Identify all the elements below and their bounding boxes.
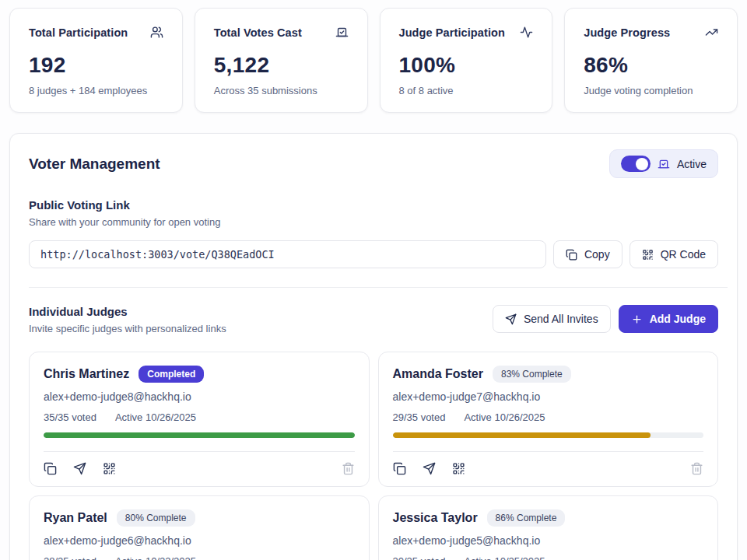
judge-email: alex+demo-judge6@hackhq.io <box>44 534 355 547</box>
stat-card-judge-participation: Judge Participation 100% 8 of 8 active <box>380 8 553 113</box>
progress-bar <box>44 432 355 438</box>
stat-value: 192 <box>29 53 163 78</box>
voter-management-panel: Voter Management Active Public Voting Li… <box>9 133 738 560</box>
stat-value: 5,122 <box>214 53 349 78</box>
judge-email: alex+demo-judge7@hackhq.io <box>393 390 704 403</box>
send-invite-icon-button[interactable] <box>423 462 436 475</box>
status-badge: 80% Complete <box>117 509 195 527</box>
judge-card: Jessica Taylor 86% Complete alex+demo-ju… <box>378 495 719 560</box>
judge-card: Chris Martinez Completed alex+demo-judge… <box>29 352 370 487</box>
status-badge: Completed <box>139 366 204 383</box>
status-badge: 83% Complete <box>493 366 571 383</box>
stat-card-total-votes: Total Votes Cast 5,122 Across 35 submiss… <box>195 8 368 113</box>
copy-link-icon-button[interactable] <box>393 462 406 475</box>
stat-label: Judge Participation <box>399 26 505 39</box>
voting-link-input[interactable] <box>29 240 546 268</box>
judge-card: Ryan Patel 80% Complete alex+demo-judge6… <box>29 495 370 560</box>
qr-code-icon <box>452 462 465 475</box>
copy-label: Copy <box>584 248 610 261</box>
active-status-toggle[interactable]: Active <box>609 149 718 178</box>
send-all-invites-button[interactable]: Send All Invites <box>493 305 611 333</box>
judge-name: Chris Martinez <box>44 367 129 381</box>
plus-icon <box>631 313 643 325</box>
copy-icon <box>566 249 577 261</box>
delete-judge-button[interactable] <box>690 462 703 475</box>
active-date: Active 10/23/2025 <box>115 555 196 560</box>
judge-card: Amanda Foster 83% Complete alex+demo-jud… <box>378 352 719 487</box>
voted-count: 29/35 voted <box>393 411 446 423</box>
stat-label: Total Votes Cast <box>214 26 302 39</box>
active-date: Active 10/26/2025 <box>464 411 545 423</box>
trash-icon <box>690 462 703 475</box>
voted-count: 30/35 voted <box>393 555 446 560</box>
send-icon <box>505 313 517 325</box>
panel-title: Voter Management <box>29 156 160 173</box>
vote-icon <box>335 26 349 39</box>
users-icon <box>150 26 163 39</box>
toggle-switch[interactable] <box>621 156 651 172</box>
qr-code-label: QR Code <box>661 248 706 261</box>
judge-email: alex+demo-judge8@hackhq.io <box>44 390 355 403</box>
voted-count: 28/35 voted <box>44 555 96 560</box>
judge-email: alex+demo-judge5@hackhq.io <box>393 534 704 547</box>
send-invite-icon-button[interactable] <box>73 462 86 475</box>
stats-row: Total Participation 192 8 judges + 184 e… <box>9 8 738 113</box>
trash-icon <box>342 462 355 475</box>
stat-card-total-participation: Total Participation 192 8 judges + 184 e… <box>9 8 183 113</box>
stat-label: Judge Progress <box>584 26 670 39</box>
judges-grid: Chris Martinez Completed alex+demo-judge… <box>29 352 718 560</box>
toggle-label: Active <box>677 158 707 170</box>
qr-code-button[interactable]: QR Code <box>630 240 718 268</box>
add-judge-button[interactable]: Add Judge <box>619 305 718 333</box>
section-divider <box>29 287 728 288</box>
active-date: Active 10/26/2025 <box>115 411 196 423</box>
progress-bar <box>393 432 704 438</box>
judge-name: Ryan Patel <box>44 511 107 525</box>
stat-card-judge-progress: Judge Progress 86% Judge voting completi… <box>564 8 738 113</box>
stat-subtitle: Across 35 submissions <box>214 85 349 96</box>
trending-up-icon <box>705 26 718 39</box>
stat-label: Total Participation <box>29 26 128 39</box>
status-badge: 86% Complete <box>487 509 566 527</box>
stat-subtitle: Judge voting completion <box>584 85 718 96</box>
qr-code-icon <box>642 249 654 261</box>
stat-value: 86% <box>584 53 718 78</box>
public-voting-link-title: Public Voting Link <box>29 198 718 212</box>
add-judge-label: Add Judge <box>650 313 706 325</box>
vote-icon <box>658 158 670 170</box>
qr-code-icon-button[interactable] <box>103 462 116 475</box>
stat-subtitle: 8 of 8 active <box>399 85 534 96</box>
stat-value: 100% <box>399 53 534 78</box>
send-icon <box>423 462 436 475</box>
dashboard-page: Total Participation 192 8 judges + 184 e… <box>0 0 747 560</box>
voted-count: 35/35 voted <box>44 411 96 423</box>
individual-judges-title: Individual Judges <box>29 305 226 318</box>
copy-link-icon-button[interactable] <box>44 462 57 475</box>
copy-icon <box>393 462 406 475</box>
active-date: Active 10/25/2025 <box>464 555 545 560</box>
public-voting-link-subtitle: Share with your community for open votin… <box>29 216 718 228</box>
send-all-label: Send All Invites <box>524 313 598 325</box>
qr-code-icon-button[interactable] <box>452 462 465 475</box>
judge-name: Amanda Foster <box>393 367 483 381</box>
individual-judges-subtitle: Invite specific judges with personalized… <box>29 323 226 334</box>
copy-link-button[interactable]: Copy <box>553 240 622 268</box>
qr-code-icon <box>103 462 116 475</box>
delete-judge-button[interactable] <box>342 462 355 475</box>
stat-subtitle: 8 judges + 184 employees <box>29 85 163 96</box>
activity-icon <box>520 26 533 39</box>
copy-icon <box>44 462 57 475</box>
send-icon <box>73 462 86 475</box>
judge-name: Jessica Taylor <box>393 511 478 525</box>
